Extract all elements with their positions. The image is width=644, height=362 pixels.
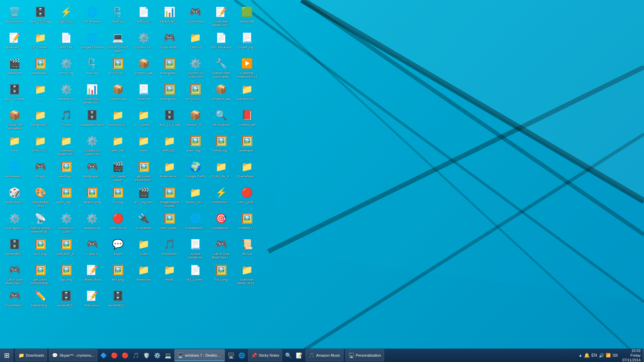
desktop-icon-zybox[interactable]: 📡ZyBOX Server Network (B... xyxy=(28,210,53,235)
desktop-icon-ui[interactable]: 📁UI xyxy=(28,81,53,106)
desktop-icon-hosts-txt[interactable]: 📃hosts.txt xyxy=(131,81,156,106)
desktop-icon-pendulum[interactable]: 🎵Pendulum xyxy=(157,236,182,261)
desktop-icon-bus11mwb[interactable]: 🗄️bus_11.mwb xyxy=(2,81,27,106)
desktop-icon-greatbarne[interactable]: 🎯GreatBarne... xyxy=(209,210,234,235)
desktop-icon-skype[interactable]: 💬Skype xyxy=(105,236,130,261)
desktop-icon-12-current[interactable]: 📁12_Current... xyxy=(28,29,53,55)
desktop-icon-newavatar2[interactable]: 🖼️newavatar... xyxy=(234,133,260,158)
taskbar-prog-task15[interactable]: 📝 xyxy=(294,350,304,360)
desktop-icon-sothink[interactable]: 🔧Sothink SWF Decompiler xyxy=(209,55,234,80)
desktop-icon-cyberlink[interactable]: ▶️Cyberlink PowerDVD 14 xyxy=(234,55,260,80)
desktop-icon-bustimes-or2[interactable]: 📁bustimes.or... xyxy=(157,159,182,184)
system-clock[interactable]: 15:02 Friday 07/11/2014 xyxy=(621,348,642,362)
desktop-icon-pe-explorer[interactable]: 🔍PE Explorer xyxy=(209,107,234,132)
desktop-icon-freelancer[interactable]: 📁freelancer xyxy=(131,262,156,287)
tray-volume[interactable]: 🔊 xyxy=(599,353,604,358)
desktop-icon-connector[interactable]: 🔌Connector xyxy=(131,210,156,235)
desktop-icon-guernsey-w4[interactable]: 📁Guernsey Winter 2014... xyxy=(234,262,260,287)
desktop-icon-abacus-png[interactable]: 🖼️abacus.png xyxy=(79,184,105,209)
desktop-icon-gamedata[interactable]: 📁GameData... xyxy=(234,159,260,184)
desktop-icon-torbrowser[interactable]: 🌐torbrowser-... xyxy=(2,159,27,184)
taskbar-item-amazon-music[interactable]: 🎵Amazon Music xyxy=(306,349,343,361)
desktop-icon-guernsey-winter[interactable]: 📝Guernsey Winter 201... xyxy=(209,4,234,29)
desktop-icon-new-zip[interactable]: 🗜️new.zip xyxy=(79,55,105,80)
desktop-icon-origin[interactable]: 🎮Origin xyxy=(28,159,53,184)
desktop-icon-smain-docx[interactable]: 📝-$Main.docx xyxy=(79,262,105,287)
taskbar-prog-vs-task[interactable]: 🔷 xyxy=(99,350,109,360)
desktop-icon-video[interactable]: 📁Video xyxy=(131,133,156,158)
desktop-icon-crysrvc-cli[interactable]: ⚙️CryServ-Cli... xyxy=(131,29,156,55)
desktop-icon-tor-browser[interactable]: 🌐Tor Browser xyxy=(79,4,105,29)
desktop-icon-guernsey-w2[interactable]: 📊Guernsey Winter 201... xyxy=(79,81,105,106)
desktop-icon-winterdb3[interactable]: 🗄️winterdb(3... xyxy=(54,288,79,313)
desktop-icon-mods-zip[interactable]: 🗜️Mods.zip xyxy=(105,4,130,29)
desktop-icon-skillsaudit[interactable]: 📊SkillsAudit_... xyxy=(157,4,182,29)
desktop-icon-nitro-pro2[interactable]: 🔴Nitro Pro 9 xyxy=(105,210,130,235)
desktop-icon-gbt-colors2[interactable]: 🖼️gbt colors 333333330p... xyxy=(28,262,53,287)
desktop-icon-winterdb4[interactable]: 🗄️winterdb(4... xyxy=(2,236,27,261)
taskbar-item-sticky-notes[interactable]: 📌Sticky Notes xyxy=(248,349,282,361)
taskbar-item-windows-desktop[interactable]: 🖥️windows 7 - Desktop... xyxy=(174,349,225,361)
desktop-icon-oracle-vm[interactable]: 📦Oracle VM VirtualBox xyxy=(2,107,27,132)
desktop-icon-videos-pak[interactable]: 📦Videos.pak xyxy=(105,81,130,106)
desktop-icon-zpatch1[interactable]: 📦ZPatch1.pak xyxy=(131,55,156,80)
desktop-icon-imagemagick[interactable]: 🖼️ImageMagick Display xyxy=(157,184,182,209)
desktop-icon-style-builder[interactable]: 🎨Style Builder 2014 xyxy=(28,184,53,209)
desktop-icon-call-of-duty-bo2[interactable]: 🎮Call of Duty Black Ops I... xyxy=(2,262,27,287)
taskbar-prog-task14[interactable]: 🔍 xyxy=(283,350,293,360)
desktop-icon-call-of-duty-bo[interactable]: 🎮Call of Duty Black Ops I... xyxy=(209,236,234,261)
desktop-icon-crytek-log[interactable]: 📃Crytek_log... xyxy=(234,29,260,55)
desktop-icon-google-earth[interactable]: 🌍Google Earth xyxy=(183,159,208,184)
desktop-icon-google-chrome[interactable]: 🌐Google Chrome xyxy=(79,29,105,55)
desktop-icon-crysis3[interactable]: 🎮Crysis 3 xyxy=(79,236,105,261)
desktop-icon-cryserv-cli64[interactable]: ⚙️CryServ-Cli 64bit DX9 xyxy=(79,133,105,158)
desktop-icon-main-docx[interactable]: 📝Main.docx xyxy=(79,288,105,313)
taskbar-item-personalization[interactable]: 🖥️Personalization xyxy=(345,349,384,361)
taskbar-prog-task4[interactable]: 🔴 xyxy=(109,350,119,360)
desktop-icon-ss2014b[interactable]: 🖼️ss+(2014-1... xyxy=(183,81,208,106)
desktop-icon-bustimes-or[interactable]: 📁bustimes.or... xyxy=(105,107,130,132)
desktop-icon-cwgui[interactable]: 📁CWGUI xyxy=(183,29,208,55)
desktop-icon-i3client[interactable]: 📁I3_ClientE... xyxy=(131,107,156,132)
desktop-icon-minecraft[interactable]: 🟩Minecraft xyxy=(234,4,260,29)
desktop-icon-wrl262[interactable]: 📁~WRL262... xyxy=(157,133,182,158)
desktop-icon-infinity-logo[interactable]: 🖼️infinity.log... xyxy=(209,133,234,158)
desktop-icon-bus11sql[interactable]: 🗄️bus_11(1).sql xyxy=(157,107,182,132)
desktop-icon-bus-sql[interactable]: 🗄️bus_11(2).sql xyxy=(28,4,53,29)
desktop-icon-desktop-ini2[interactable]: ⚙️desktop.ini xyxy=(79,210,105,235)
desktop-icon-sfml[interactable]: 📁SFML-2.1-... xyxy=(28,133,53,158)
desktop-icon-mission-m[interactable]: 📦mission_m... xyxy=(183,107,208,132)
desktop-icon-wrl132[interactable]: 📄~WRL132... xyxy=(131,4,156,29)
tray-show-hidden[interactable]: ▲ xyxy=(578,353,582,358)
desktop-icon-cryserv-32bit[interactable]: ⚙️CryServ-Cli 32bit xyxy=(54,210,79,235)
desktop-icon-crysis-wars[interactable]: 🎮Crysis Wars xyxy=(183,4,208,29)
desktop-icon-cryengine3[interactable]: ⚙️CryEngine3... xyxy=(2,210,27,235)
desktop-icon-nitro-pro[interactable]: 🔴nitro_pro9... xyxy=(234,184,260,209)
desktop-icon-winterdb1[interactable]: 🗄️winterdb(1)... xyxy=(105,288,130,313)
taskbar-item-downloads[interactable]: 📁Downloads xyxy=(15,349,47,361)
desktop-icon-instantact[interactable]: ⚡InstantActi... xyxy=(209,184,234,209)
desktop-icon-new-folder[interactable]: 📁new xyxy=(2,133,27,158)
desktop-icon-server-cfg[interactable]: ⚙️server.cfg xyxy=(54,55,79,80)
taskbar-prog-task9[interactable]: 💻 xyxy=(163,350,173,360)
desktop-icon-dicecricket[interactable]: 🎲DiceCricke... xyxy=(2,184,27,209)
desktop-icon-ss2014[interactable]: 🖼️ss+(2014-1... xyxy=(105,55,130,80)
desktop-icon-aned-logo2[interactable]: 🖼️aned_logo_... xyxy=(54,184,79,209)
desktop-icon-bustimes[interactable]: 📝bustimes_... xyxy=(2,29,27,55)
desktop-icon-untitled-pdf[interactable]: 📕Untitled.pdf xyxy=(234,107,260,132)
desktop-icon-10653409[interactable]: 🖼️10653409_8... xyxy=(54,236,79,261)
taskbar-prog-task5[interactable]: 🔴 xyxy=(120,350,130,360)
show-desktop-button[interactable] xyxy=(642,349,644,362)
desktop-icon-cryserv-cli32[interactable]: ⚙️CryServ-Cli 32bit DX9 xyxy=(183,55,208,80)
start-button[interactable]: ⊞ xyxy=(0,349,13,362)
desktop-icon-itunes[interactable]: 🎵iTunes xyxy=(54,107,79,132)
taskbar-prog-task8[interactable]: ⚙️ xyxy=(152,350,162,360)
desktop-icon-wrl108[interactable]: 📁~WRL108... xyxy=(105,133,130,158)
desktop-icon-multiplayer[interactable]: 🎮Multiplayer... xyxy=(79,159,105,184)
desktop-icon-jap-png[interactable]: 🖼️jap.png xyxy=(54,262,79,287)
desktop-icon-guernsey-w3[interactable]: 📁Guernsey Winter 201... xyxy=(54,133,79,158)
desktop-icon-zpatch2[interactable]: 📦ZPatch2.pak xyxy=(209,81,234,106)
desktop-icon-exetoc[interactable]: 📁exetoc_src... xyxy=(183,184,208,209)
taskbar-prog-task12[interactable]: 🌐 xyxy=(237,350,247,360)
tray-network[interactable]: 📶 xyxy=(606,353,611,358)
